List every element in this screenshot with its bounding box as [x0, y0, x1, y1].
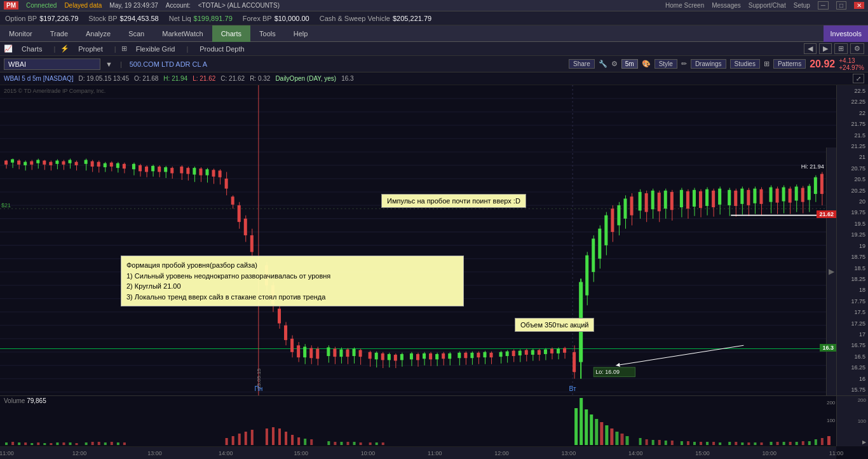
price-20: 20: [837, 198, 868, 205]
daily-open-value: 16.3: [341, 75, 353, 82]
style-btn[interactable]: Style: [654, 59, 677, 69]
nav-analyze[interactable]: Analyze: [77, 25, 119, 42]
svg-rect-208: [604, 216, 607, 245]
share-btn[interactable]: Share: [569, 59, 595, 69]
svg-rect-128: [333, 349, 336, 357]
messages-btn[interactable]: Messages: [712, 2, 741, 9]
nav-forward-btn[interactable]: ▶: [819, 43, 832, 54]
connected-status: Connected: [26, 2, 57, 9]
price-17: 17: [837, 331, 868, 338]
svg-rect-92: [205, 169, 208, 175]
svg-text:Hi: 21.94: Hi: 21.94: [801, 163, 824, 170]
delayed-status: Delayed data: [64, 2, 102, 9]
nav-back-btn[interactable]: ◀: [804, 43, 817, 54]
svg-rect-342: [681, 441, 683, 445]
stock-bp-value: $294,453.58: [120, 15, 159, 22]
net-liq-value: $199,891.79: [194, 15, 233, 22]
pencil-icon[interactable]: ✏: [681, 60, 687, 68]
current-price-badge-green: 16.3: [820, 344, 836, 352]
svg-rect-234: [693, 190, 696, 207]
time-1000-d2: 10:00: [361, 450, 376, 456]
volume-scale: 200 100 ▶: [836, 396, 868, 446]
svg-rect-172: [483, 352, 486, 357]
nav-monitor[interactable]: Monitor: [0, 25, 41, 42]
svg-rect-46: [49, 162, 52, 165]
daily-open-label: DailyOpen (DAY, yes): [275, 75, 336, 82]
top-bar-right: Home Screen Messages Support/Chat Setup …: [665, 1, 864, 10]
volume-annotation: Объем 350тыс акций: [515, 318, 594, 332]
svg-rect-266: [801, 188, 804, 202]
svg-rect-338: [652, 440, 654, 445]
svg-rect-164: [458, 353, 461, 358]
vol-scroll-btn[interactable]: ▶: [837, 439, 868, 445]
volume-text: Объем 350тыс акций: [520, 321, 588, 329]
svg-rect-202: [585, 256, 588, 296]
subnav-flexible-grid[interactable]: Flexible Grid: [130, 44, 182, 54]
time-1400-d2: 14:00: [628, 450, 643, 456]
svg-rect-130: [339, 350, 342, 357]
drawings-btn[interactable]: Drawings: [691, 59, 726, 69]
close-btn[interactable]: ✕: [854, 2, 864, 9]
svg-rect-272: [820, 174, 824, 194]
price-18-5: 18.5: [837, 265, 868, 271]
svg-text:13.05.15: 13.05.15: [256, 368, 262, 389]
expand-icon[interactable]: ⤢: [853, 74, 864, 83]
subnav-charts[interactable]: Charts: [15, 44, 48, 54]
svg-rect-250: [747, 190, 750, 205]
svg-rect-134: [353, 349, 356, 357]
impulse-annotation: Импульс на пробое почти поинт вверх :D: [381, 194, 526, 208]
subnav-prophet[interactable]: Prophet: [72, 44, 109, 54]
settings-icon[interactable]: ⚙: [850, 43, 864, 54]
minimize-btn[interactable]: ─: [818, 1, 829, 10]
wrench-icon[interactable]: 🔧: [599, 60, 607, 68]
studies-btn[interactable]: Studies: [730, 59, 760, 69]
support-btn[interactable]: Support/Chat: [749, 2, 786, 9]
nav-charts[interactable]: Charts: [212, 25, 250, 42]
svg-rect-74: [145, 167, 148, 172]
price-21-25: 21.25: [837, 143, 868, 149]
time-1100-d2: 11:00: [428, 450, 442, 456]
patterns-icon: ⊞: [764, 60, 770, 68]
svg-rect-348: [719, 442, 721, 445]
paintbrush-icon[interactable]: 🎨: [642, 60, 651, 68]
cash-sweep-label: Cash & Sweep Vehicle: [320, 15, 390, 22]
svg-rect-204: [592, 238, 595, 271]
current-price-badge-red: 21.62: [817, 210, 836, 218]
svg-rect-206: [598, 229, 601, 259]
svg-rect-216: [630, 196, 634, 215]
stock-bp: Stock BP $294,453.58: [88, 15, 158, 22]
svg-rect-295: [76, 443, 78, 445]
cash-sweep: Cash & Sweep Vehicle $205,221.79: [320, 15, 431, 22]
svg-rect-331: [605, 425, 608, 445]
setup-btn[interactable]: Setup: [794, 2, 810, 9]
grid-layout-btn[interactable]: ⊞: [834, 43, 848, 54]
maximize-btn[interactable]: □: [836, 1, 846, 10]
svg-rect-118: [297, 345, 300, 357]
nav-trade[interactable]: Trade: [41, 25, 77, 42]
svg-rect-320: [353, 442, 356, 445]
formation-title: Формация пробой уровня(разбор сайза): [126, 260, 458, 271]
svg-rect-60: [97, 162, 100, 167]
subnav-product-depth[interactable]: Product Depth: [193, 44, 250, 54]
price-change: +4.13: [839, 57, 864, 64]
symbol-dropdown[interactable]: ▼: [105, 60, 112, 68]
formation-annotation: Формация пробой уровня(разбор сайза) 1) …: [121, 256, 464, 306]
nav-marketwatch[interactable]: MarketWatch: [153, 25, 212, 42]
settings2-icon[interactable]: ⚙: [611, 60, 618, 68]
svg-rect-330: [600, 422, 603, 445]
nav-scan[interactable]: Scan: [119, 25, 153, 42]
home-screen-btn[interactable]: Home Screen: [665, 2, 704, 9]
account-bar: Option BP $197,226.79 Stock BP $294,453.…: [0, 11, 868, 25]
svg-rect-230: [680, 190, 683, 207]
patterns-btn[interactable]: Patterns: [773, 59, 806, 69]
symbol-input[interactable]: [4, 58, 100, 70]
nav-help[interactable]: Help: [285, 25, 317, 42]
svg-rect-56: [85, 160, 88, 164]
investools-btn[interactable]: Investools: [824, 25, 868, 42]
scroll-right-btn[interactable]: ▶: [826, 147, 836, 395]
timeframe-btn[interactable]: 5m: [621, 59, 638, 69]
forex-bp-value: $10,000.00: [275, 15, 309, 22]
svg-rect-132: [346, 350, 349, 357]
time-1200-d2: 12:00: [494, 450, 509, 456]
nav-tools[interactable]: Tools: [250, 25, 285, 42]
